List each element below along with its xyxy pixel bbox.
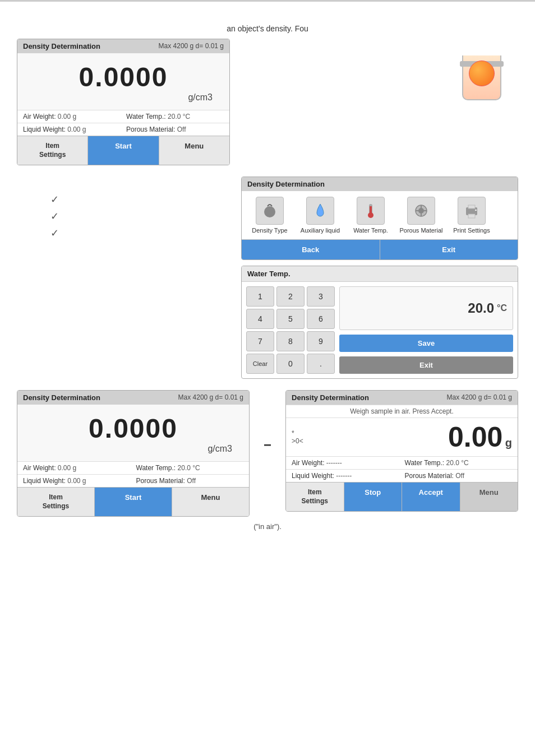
btn-start-1[interactable]: Start [88,136,159,165]
minus-separator: − [261,437,274,453]
svg-rect-7 [468,214,475,218]
numpad-0[interactable]: 0 [276,354,305,374]
scale-value-3: 0.00 [448,421,502,453]
print-settings-icon [458,197,486,225]
fruit-orange [469,61,495,86]
numpad-6[interactable]: 6 [307,309,335,329]
btn-item-settings-3[interactable]: Item Settings [286,483,344,511]
panel-density-2: Density Determination Max 4200 g d= 0.01… [17,390,250,517]
numpad-display: 20.0 °C [339,286,513,330]
status-gt: >0< [292,437,303,445]
btn-menu-3[interactable]: Menu [460,483,518,511]
scale-display-1: 0.0000 g/cm3 [17,53,229,110]
numpad-body: 1 2 3 4 5 6 7 8 9 Clear 0 . [242,282,518,378]
panel1-header: Density Determination Max 4200 g d= 0.01… [17,39,229,53]
numpad-7[interactable]: 7 [246,331,274,351]
panel3-header: Density Determination Max 4200 g d= 0.01… [286,391,518,405]
numpad-clear[interactable]: Clear [246,354,274,374]
btn-numpad-save[interactable]: Save [339,335,513,352]
numpad-9[interactable]: 9 [307,331,335,351]
menu-item-auxiliary-liquid[interactable]: Auxiliary liquid [298,197,343,234]
panel2-header: Density Determination Max 4200 g d= 0.01… [17,391,249,405]
btn-back[interactable]: Back [242,240,380,259]
info-row-3: Air Weight: 0.00 g Water Temp.: 20.0 °C [17,461,249,474]
menu-item-print-settings[interactable]: Print Settings [449,197,494,234]
scale-display-2: 0.0000 g/cm3 [17,405,249,461]
button-row-1: Item Settings Start Menu [17,136,229,165]
numpad-keys: 1 2 3 4 5 6 7 8 9 Clear 0 . [246,286,335,374]
menu-panel: Density Determination Density Type [241,177,518,260]
button-row-2: Item Settings Start Menu [17,487,249,516]
numpad-3[interactable]: 3 [307,286,335,307]
numpad-header: Water Temp. [242,266,518,282]
svg-rect-3 [370,206,372,214]
porous-material-icon [407,197,435,225]
btn-item-settings-2[interactable]: Item Settings [17,488,95,516]
info-row-1: Air Weight: 0.00 g Water Temp.: 20.0 °C [17,110,229,123]
check-item-2: ✓ [50,210,196,222]
btn-numpad-exit[interactable]: Exit [339,356,513,374]
scale-value-1: 0.0000 [23,62,224,92]
menu-button-row: Back Exit [242,239,518,259]
info-row-2: Liquid Weight: 0.00 g Porous Material: O… [17,123,229,136]
scale-unit-3: g [505,437,512,449]
btn-stop[interactable]: Stop [344,483,403,511]
btn-accept[interactable]: Accept [402,483,460,511]
info-row-6: Liquid Weight: ------- Porous Material: … [286,469,518,482]
numpad-1[interactable]: 1 [246,286,274,307]
menu-icons-grid: Density Type Auxiliary liquid [242,191,518,239]
numpad-2[interactable]: 2 [276,286,305,307]
numpad-panel: Water Temp. 1 2 3 4 5 6 7 8 9 Clear [241,266,518,379]
panel-density-main: Density Determination Max 4200 g d= 0.01… [17,39,230,165]
svg-point-5 [418,208,424,214]
checkmarks-section: ✓ ✓ ✓ [17,182,230,255]
button-row-3: Item Settings Stop Accept Menu [286,482,518,511]
svg-point-0 [264,206,275,217]
svg-rect-8 [468,205,475,208]
weigh-message: Weigh sample in air. Press Accept. [286,405,518,418]
numpad-dot[interactable]: . [307,354,335,374]
numpad-4[interactable]: 4 [246,309,274,329]
water-temp-icon [357,197,385,225]
fruit-image-container [241,39,518,165]
btn-item-settings-1[interactable]: Item Settings [17,136,88,165]
check-item-3: ✓ [50,227,196,239]
scale-value-2: 0.0000 [23,413,243,444]
btn-start-2[interactable]: Start [95,488,172,516]
top-border [0,0,535,2]
menu-item-water-temp[interactable]: Water Temp. [348,197,393,234]
menu-panel-header: Density Determination [242,177,518,191]
status-asterisk: * [292,429,303,437]
numpad-right: 20.0 °C Save Exit [339,286,513,374]
btn-menu-1[interactable]: Menu [159,136,229,165]
menu-item-porous-material[interactable]: Porous Material [399,197,444,234]
info-row-4: Liquid Weight: 0.00 g Porous Material: O… [17,474,249,487]
menu-item-density-type[interactable]: Density Type [247,197,292,234]
scale-unit-1: g/cm3 [23,92,224,107]
panel-density-3: Density Determination Max 4200 g d= 0.01… [285,390,518,512]
auxiliary-liquid-icon [306,197,334,225]
scale-unit-2: g/cm3 [23,444,243,458]
density-type-icon [256,197,284,225]
info-row-5: Air Weight: ------- Water Temp.: 20.0 °C [286,456,518,469]
subtitle-text: an object's density. Fou [17,13,518,39]
bottom-text: ("in air"). [17,522,518,531]
svg-rect-9 [475,210,477,211]
btn-menu-2[interactable]: Menu [172,488,249,516]
numpad-5[interactable]: 5 [276,309,305,329]
check-item-1: ✓ [50,193,196,206]
btn-exit-menu[interactable]: Exit [380,240,518,259]
numpad-8[interactable]: 8 [276,331,305,351]
